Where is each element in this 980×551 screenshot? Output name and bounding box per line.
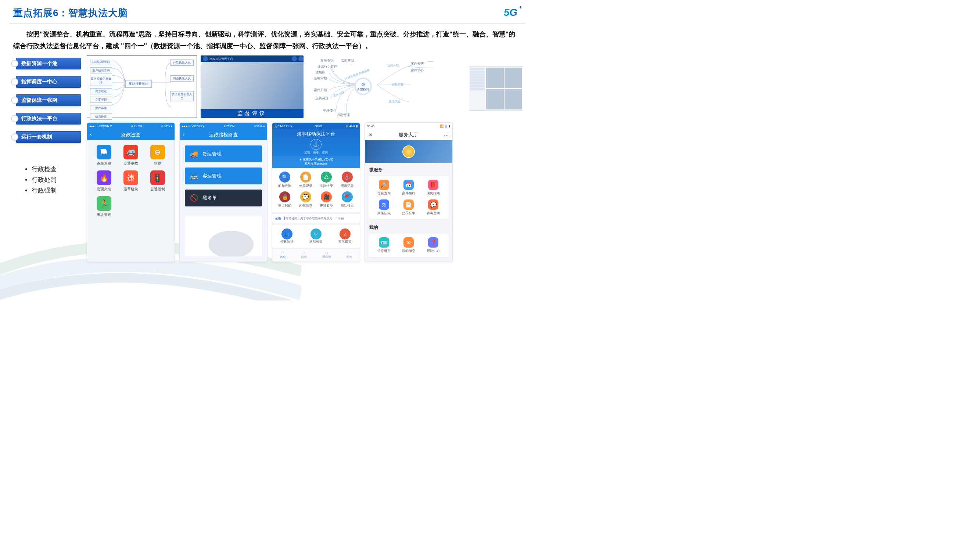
bullet-1: 行政处罚 bbox=[32, 175, 81, 186]
map-caption: 监督评议 bbox=[200, 109, 304, 118]
mindmap: ⚙ 办案协同 案件办理 法律法规及自由裁量 在线查询违法行为管理法规库法制审核案… bbox=[307, 56, 523, 118]
map-preview: 路政执法管理平台 监督评议 bbox=[200, 56, 304, 118]
p4-mine-2[interactable]: ❓帮助中心 bbox=[422, 237, 445, 254]
service-banner bbox=[365, 140, 452, 163]
mind-left-extra: 实时更新 bbox=[341, 59, 354, 63]
notice-banner[interactable]: 公告【内部通知】关于举办智慧海事系统培… 1年前 bbox=[272, 212, 360, 222]
mind-left-2: 法规库 bbox=[315, 70, 325, 75]
pillar-4: 运行一套机制 bbox=[11, 131, 81, 143]
phone2-title: 运政路检路查 bbox=[209, 132, 238, 137]
p3-item-2[interactable]: ⚖法律法规 bbox=[317, 171, 336, 189]
mind-right-stem-2: 执法风险 bbox=[389, 100, 401, 103]
tree-left-3: 调查取证 bbox=[90, 88, 112, 94]
slide-title: 重点拓展6：智慧执法大脑 bbox=[13, 6, 128, 19]
mind-thumbnail bbox=[469, 67, 523, 111]
intro-paragraph: 按照"资源整合、机构重置、流程再造"思路，坚持目标导向、创新驱动，科学测评、优化… bbox=[0, 28, 534, 56]
tree-left-4: 立案登记 bbox=[90, 97, 112, 103]
tree-left-1: 业户信息查询 bbox=[90, 67, 112, 73]
mind-left-3: 法制审核 bbox=[314, 76, 327, 81]
p2-row-0[interactable]: 🚚货运管理 bbox=[185, 146, 262, 162]
p2-row-1[interactable]: 🚌客运管理 bbox=[185, 167, 262, 184]
p3-item-1[interactable]: 📄处罚记录 bbox=[296, 171, 316, 189]
mind-right-leaf-0-1: 案件协办 bbox=[411, 68, 424, 73]
bullet-list: 行政检查行政处罚行政强制 bbox=[11, 164, 81, 196]
back-icon[interactable]: ‹ bbox=[183, 132, 184, 137]
mind-left-0: 在线查询 bbox=[320, 59, 334, 63]
mind-right-stem-1: 行政监管 bbox=[392, 83, 404, 87]
p4-mine-0[interactable]: 🪪信息绑定 bbox=[372, 237, 395, 254]
phone1-title: 路政巡查 bbox=[121, 132, 140, 137]
p3-tab-0[interactable]: ▢首页 bbox=[280, 251, 286, 259]
pillar-3: 行政执法一平台 bbox=[11, 113, 81, 124]
tree-left-2: 重点监管名单管理 bbox=[90, 76, 112, 86]
p3-action-0[interactable]: 📘 行政执法 bbox=[280, 229, 294, 244]
anchor-icon: ⚓ bbox=[310, 139, 321, 150]
mind-left-7: 诉讼管理 bbox=[337, 113, 350, 118]
mind-left-1: 违法行为管理 bbox=[318, 64, 337, 69]
mind-left-6: 电子支付 bbox=[323, 108, 337, 113]
p1-item-3[interactable]: 🔥发现火情 bbox=[92, 170, 116, 192]
phone-road-patrol: ●●●○○ VIRGIN ⚲4:21 PM⎋ 95% ▮ ‹路政巡查 ⛟道路巡查… bbox=[87, 122, 175, 262]
mind-right-stem-0: 协同办理 bbox=[387, 64, 399, 68]
p4-item-4[interactable]: 📄处罚公示 bbox=[397, 200, 420, 216]
p3-item-0[interactable]: 🔍船舶查询 bbox=[275, 171, 295, 189]
phone3-subtitle: 监管、采集、查询 bbox=[272, 151, 360, 156]
mind-right-leaf-0-0: 案件抄告 bbox=[411, 61, 424, 66]
p1-item-0[interactable]: ⛟道路巡查 bbox=[92, 145, 116, 166]
section-microservice: 微服务 bbox=[365, 163, 452, 175]
p1-item-2[interactable]: ⊖驱逐 bbox=[145, 145, 169, 166]
p4-item-3[interactable]: ⚖政策法规 bbox=[372, 200, 395, 216]
p3-item-4[interactable]: 🔒重点船舶 bbox=[275, 191, 295, 208]
phone-maritime: 无SIM 0.2K/s08:42⚡ 46% ▮ 海事移动执法平台 ⚓ 监管、采集… bbox=[272, 122, 360, 262]
p3-action-2[interactable]: ⚠ 事故调查 bbox=[339, 229, 352, 244]
bullet-0: 行政检查 bbox=[32, 164, 81, 175]
mind-left-5: 立案调查 bbox=[315, 96, 328, 101]
p4-mine-1[interactable]: ✉我的消息 bbox=[397, 237, 420, 254]
logo-5g: 5G bbox=[504, 6, 521, 18]
pillar-0: 数据资源一个池 bbox=[11, 58, 81, 70]
p3-tab-3[interactable]: ▢我的 bbox=[346, 251, 352, 259]
p3-item-6[interactable]: 🎥视频监控 bbox=[317, 191, 336, 208]
phone4-title: 服务大厅 bbox=[399, 132, 418, 138]
p3-action-1[interactable]: 🛡 巡航检查 bbox=[309, 229, 323, 244]
tree-left-0: 法律法规查询 bbox=[90, 59, 112, 65]
p2-row-2[interactable]: 🚫黑名单 bbox=[185, 189, 262, 206]
tree-center-node: 移动行政执法 bbox=[125, 80, 152, 88]
section-mine: 我的 bbox=[365, 221, 452, 232]
tree-left-5: 案件审核 bbox=[90, 105, 112, 111]
p1-item-4[interactable]: 违违章建筑 bbox=[119, 170, 143, 192]
mind-left-4: 案件归档 bbox=[314, 88, 327, 92]
back-icon[interactable]: ‹ bbox=[90, 132, 92, 137]
pillar-2: 监督保障一张网 bbox=[11, 94, 81, 106]
workflow-tree: 法律法规查询业户信息查询重点监管名单管理调查取证立案登记案件审核信息推送 移动行… bbox=[87, 56, 197, 118]
pillar-list: 数据资源一个池 指挥调度一中心 监督保障一张网 行政执法一平台 运行一套机制 bbox=[11, 56, 81, 143]
p1-item-6[interactable]: 🏃事故追逃 bbox=[92, 196, 116, 218]
p3-tab-2[interactable]: ▢通讯录 bbox=[322, 251, 331, 259]
tree-right-2: 执法监督管理人员 bbox=[170, 91, 194, 102]
phone-transport-check: ●●●○○ VIRGIN ⚲4:21 PM⎋ 95% ▮ ‹运政路检路查 🚚货运… bbox=[179, 122, 267, 262]
p4-item-0[interactable]: 🔎信息查询 bbox=[372, 179, 395, 196]
mind-hub: ⚙ 办案协同 bbox=[354, 78, 372, 95]
badge-icon bbox=[402, 146, 415, 158]
tree-right-0: 外勤执法人员 bbox=[170, 59, 194, 66]
header-divider bbox=[9, 23, 525, 24]
tree-right-1: 内业执法人员 bbox=[170, 75, 194, 81]
phone3-title: 海事移动执法平台 bbox=[272, 129, 360, 137]
p1-item-5[interactable]: 🚦交通管制 bbox=[145, 170, 169, 192]
phone-service-hall: 09:43📶 📡 ▮ ✕服务大厅⋯ 微服务 🔎信息查询 📅案件预约 📕便民指南 … bbox=[364, 122, 453, 262]
p3-item-5[interactable]: 💬内部信息 bbox=[296, 191, 316, 208]
p4-item-5[interactable]: 💬咨询互动 bbox=[422, 200, 445, 216]
more-icon[interactable]: ⋯ bbox=[444, 132, 449, 138]
p4-item-2[interactable]: 📕便民指南 bbox=[422, 179, 445, 196]
tree-left-6: 信息推送 bbox=[90, 113, 112, 120]
p3-tab-1[interactable]: ▢消息 bbox=[301, 251, 307, 259]
p4-item-1[interactable]: 📅案件预约 bbox=[397, 179, 420, 196]
p3-item-3[interactable]: ⚓报港记录 bbox=[338, 171, 357, 189]
transport-illustration bbox=[185, 216, 262, 256]
map-title: 路政执法管理平台 bbox=[210, 57, 233, 61]
pillar-1: 指挥调度一中心 bbox=[11, 76, 81, 88]
close-icon[interactable]: ✕ bbox=[369, 132, 372, 138]
p3-item-7[interactable]: 🚩船队报港 bbox=[338, 191, 357, 208]
bullet-2: 行政强制 bbox=[32, 186, 81, 196]
p1-item-1[interactable]: 🚑交通事故 bbox=[119, 145, 143, 166]
